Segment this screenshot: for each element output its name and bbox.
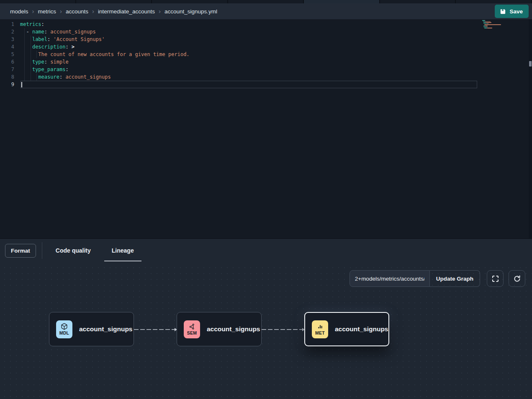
fullscreen-button[interactable] xyxy=(487,270,504,287)
minimap[interactable] xyxy=(482,20,528,30)
code-text: type_params: xyxy=(20,66,69,73)
code-text: description: > xyxy=(20,43,75,51)
lineage-selector-input[interactable] xyxy=(350,270,430,287)
lineage-toolbar: Update Graph xyxy=(350,270,525,287)
lineage-edge-1 xyxy=(134,329,177,330)
node-label: account_signups xyxy=(79,325,132,333)
tab-code-quality[interactable]: Code quality xyxy=(48,239,98,262)
badge-label: MDL xyxy=(59,330,69,335)
editor-tab-strip xyxy=(0,0,532,3)
lineage-node-sem[interactable]: SEMaccount_signups xyxy=(177,312,262,346)
node-label: account_signups xyxy=(207,325,260,333)
refresh-icon xyxy=(513,275,521,283)
save-button-label: Save xyxy=(509,8,523,15)
breadcrumb-item-models[interactable]: models xyxy=(10,8,28,15)
lineage-canvas[interactable]: Update Graph MDLaccount_signupsSEMaccoun… xyxy=(0,262,532,399)
line-number: 7 xyxy=(0,66,20,73)
line-number: 5 xyxy=(0,51,20,58)
sem-badge: SEM xyxy=(184,320,200,338)
panel-tab-row: Format Code qualityLineage xyxy=(0,239,532,262)
breadcrumb-item-account-signups-yml[interactable]: account_signups.yml xyxy=(164,8,217,15)
line-number: 4 xyxy=(0,43,20,51)
bottom-panel: Format Code qualityLineage Update Graph xyxy=(0,238,532,399)
share-nodes-icon xyxy=(189,323,195,330)
current-line-highlight xyxy=(21,81,477,88)
refresh-button[interactable] xyxy=(509,270,525,287)
code-text: measure: account_signups xyxy=(20,73,111,81)
lineage-node-mdl[interactable]: MDLaccount_signups xyxy=(49,312,134,346)
code-line-7[interactable]: 7 type_params: xyxy=(0,66,529,73)
code-line-6[interactable]: 6 type: simple xyxy=(0,58,529,66)
editor-tab-7[interactable] xyxy=(456,0,532,3)
breadcrumb-item-accounts[interactable]: accounts xyxy=(66,8,88,15)
editor-tab-6[interactable] xyxy=(380,0,456,3)
editor-tab-5[interactable] xyxy=(304,0,380,3)
mdl-badge: MDL xyxy=(56,320,72,338)
lineage-node-met[interactable]: METaccount_signups xyxy=(304,312,389,346)
badge-label: MET xyxy=(315,330,325,335)
met-badge: MET xyxy=(312,320,328,338)
code-line-1[interactable]: 1metrics: xyxy=(0,20,529,28)
line-number: 8 xyxy=(0,73,20,81)
tab-lineage[interactable]: Lineage xyxy=(104,239,141,262)
cube-icon xyxy=(61,323,68,330)
scrollbar-handle[interactable] xyxy=(529,61,532,66)
editor-tab-4[interactable] xyxy=(228,0,304,3)
line-number: 1 xyxy=(0,20,20,28)
update-graph-button[interactable]: Update Graph xyxy=(430,270,480,287)
code-line-3[interactable]: 3 label: 'Account Signups' xyxy=(0,36,529,43)
format-button[interactable]: Format xyxy=(5,244,36,258)
editor-scrollbar[interactable] xyxy=(529,19,532,238)
line-number: 9 xyxy=(0,81,20,88)
chevron-right-icon: › xyxy=(92,8,94,15)
line-number: 3 xyxy=(0,36,20,43)
editor-tab-1[interactable] xyxy=(0,0,76,3)
code-line-9[interactable]: 9 xyxy=(0,81,529,88)
chevron-right-icon: › xyxy=(60,8,62,15)
bar-chart-icon xyxy=(317,323,324,330)
code-editor[interactable]: 1metrics:2 - name: account_signups3 labe… xyxy=(0,19,532,238)
lineage-edge-2 xyxy=(262,329,304,330)
code-line-8[interactable]: 8 measure: account_signups xyxy=(0,73,529,81)
editor-tab-2[interactable] xyxy=(76,0,152,3)
code-text: label: 'Account Signups' xyxy=(20,36,105,43)
text-cursor xyxy=(21,82,22,87)
breadcrumb-item-metrics[interactable]: metrics xyxy=(38,8,57,15)
node-label: account_signups xyxy=(335,325,388,333)
breadcrumb-item-intermediate-accounts[interactable]: intermediate_accounts xyxy=(98,8,155,15)
save-button[interactable]: Save xyxy=(495,5,529,18)
code-text: - name: account_signups xyxy=(20,28,96,36)
code-text: type: simple xyxy=(20,58,69,66)
code-text: metrics: xyxy=(20,20,44,28)
editor-tab-3[interactable] xyxy=(152,0,228,3)
code-line-5[interactable]: 5 The count of new accounts for a given … xyxy=(0,51,529,58)
chevron-right-icon: › xyxy=(32,8,34,15)
code-line-2[interactable]: 2 - name: account_signups xyxy=(0,28,529,36)
chevron-right-icon: › xyxy=(159,8,161,15)
breadcrumb: models›metrics›accounts›intermediate_acc… xyxy=(10,8,217,15)
fullscreen-icon xyxy=(491,275,499,283)
badge-label: SEM xyxy=(187,330,197,335)
code-line-4[interactable]: 4 description: > xyxy=(0,43,529,51)
code-text: The count of new accounts for a given ti… xyxy=(20,51,190,58)
breadcrumb-bar: models›metrics›accounts›intermediate_acc… xyxy=(0,3,532,19)
save-icon xyxy=(500,8,506,15)
line-number: 2 xyxy=(0,28,20,36)
line-number: 6 xyxy=(0,58,20,66)
